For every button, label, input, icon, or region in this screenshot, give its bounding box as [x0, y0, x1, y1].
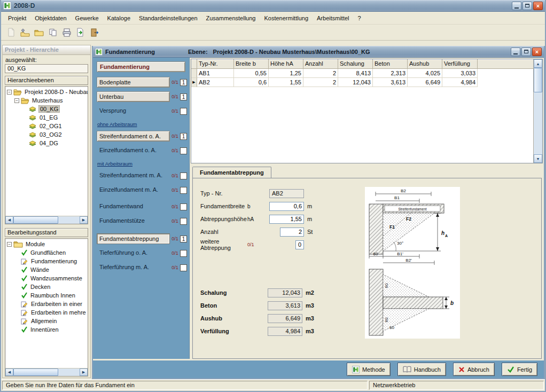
new-icon[interactable] — [5, 26, 17, 38]
exit-icon[interactable] — [88, 26, 100, 38]
count-box[interactable] — [180, 108, 187, 115]
count-box[interactable]: 1 — [180, 236, 187, 242]
vertical-scrollbar[interactable]: ▲ ▼ — [533, 59, 542, 163]
field-input[interactable] — [295, 240, 304, 249]
abbruch-button[interactable]: Abbruch — [453, 363, 495, 376]
count-box[interactable] — [180, 250, 187, 257]
tree-item[interactable]: Wandzusammenste — [5, 274, 88, 283]
count-box[interactable]: 1 — [180, 93, 187, 100]
tree-item[interactable]: 01_EG — [5, 113, 88, 122]
scroll-left-icon[interactable]: ◀ — [5, 369, 13, 376]
scrollbar-thumb[interactable] — [13, 216, 58, 224]
tree-item[interactable]: 00_KG — [5, 105, 88, 113]
tree-item[interactable]: Grundflächen — [5, 248, 88, 257]
field-input[interactable] — [269, 215, 304, 224]
expander-icon[interactable]: − — [7, 242, 12, 247]
tab-fundamentabtreppung[interactable]: Fundamentabtreppung — [192, 167, 271, 178]
column-header[interactable]: Typ-Nr. — [197, 59, 234, 69]
column-header[interactable]: Breite b — [234, 59, 269, 69]
menu-item[interactable]: Zusammenstellung — [202, 13, 260, 23]
tree-item[interactable]: Allgemein — [5, 317, 88, 325]
menu-item[interactable]: Gewerke — [71, 13, 103, 23]
table-row[interactable]: AB10,551,2528,4132,3134,0253,033 — [191, 69, 533, 78]
horizontal-scrollbar[interactable]: ◀ ▶ — [5, 368, 88, 376]
tree-item[interactable]: Fundamentierung — [5, 257, 88, 265]
folder-icon[interactable] — [33, 26, 45, 38]
tree-item[interactable]: −Projekt 2008-D - Neubau — [5, 88, 88, 96]
tree-item[interactable]: Erdarbeiten in mehre — [5, 308, 88, 317]
count-box[interactable]: 1 — [180, 133, 187, 140]
sidebar-item-button[interactable]: Streifenfundament m. A. — [97, 170, 170, 181]
scroll-left-icon[interactable]: ◀ — [5, 216, 13, 224]
sidebar-item-button[interactable]: Fundamentabtreppung — [97, 233, 170, 244]
expander-icon[interactable]: − — [14, 98, 19, 103]
menu-item[interactable]: Standardeinstellungen — [135, 13, 201, 23]
column-header[interactable]: Schalung — [338, 59, 373, 69]
column-header[interactable]: Verfüllung — [442, 59, 478, 69]
horizontal-scrollbar[interactable]: ◀ ▶ — [5, 216, 88, 224]
sidebar-item-button[interactable]: Tieferführung o. A. — [97, 248, 170, 258]
maximize-button[interactable] — [522, 2, 532, 10]
sidebar-item-button[interactable]: Versprung — [97, 106, 170, 116]
inner-window-titlebar[interactable]: Fundamentierung Ebene:Projekt 2008-D - N… — [93, 46, 544, 58]
maximize-button[interactable] — [521, 48, 531, 56]
copy-icon[interactable] — [46, 26, 59, 38]
count-box[interactable] — [180, 173, 187, 179]
tree-item[interactable]: −Musterhaus — [5, 96, 88, 105]
menu-item[interactable]: Objektdaten — [30, 13, 71, 23]
column-header[interactable]: Anzahl — [303, 59, 338, 69]
menu-item[interactable]: ? — [354, 13, 365, 23]
count-box[interactable] — [180, 147, 187, 154]
export-icon[interactable] — [74, 26, 87, 38]
count-box[interactable] — [180, 218, 187, 225]
sidebar-item-button[interactable]: Unterbau — [97, 91, 170, 102]
menu-item[interactable]: Kostenermittlung — [260, 13, 313, 23]
handbuch-button[interactable]: Handbuch — [397, 363, 446, 376]
scroll-down-icon[interactable]: ▼ — [534, 154, 542, 163]
tree-item[interactable]: 04_DG — [5, 139, 88, 147]
scrollbar-thumb[interactable] — [13, 369, 58, 376]
window-titlebar[interactable]: 2008-D × — [1, 0, 545, 12]
count-box[interactable] — [180, 203, 187, 210]
methode-button[interactable]: Methode — [347, 363, 391, 376]
tree-item[interactable]: 02_OG1 — [5, 122, 88, 130]
tree-item[interactable]: Erdarbeiten in einer — [5, 300, 88, 308]
sidebar-item-button[interactable]: Bodenplatte — [97, 77, 170, 88]
tree-item[interactable]: Decken — [5, 283, 88, 291]
close-button[interactable]: × — [533, 2, 543, 10]
sidebar-item-button[interactable]: Fundamentstütze — [97, 216, 170, 226]
tree-item[interactable]: 03_OG2 — [5, 130, 88, 139]
tree-item[interactable]: Wände — [5, 265, 88, 274]
column-header[interactable]: Beton — [373, 59, 408, 69]
minimize-button[interactable] — [511, 48, 520, 56]
scroll-right-icon[interactable]: ▶ — [80, 369, 88, 376]
print-icon[interactable] — [60, 26, 73, 38]
sidebar-item-button[interactable]: Fundamentwand — [97, 201, 170, 212]
tree-item[interactable]: Raumbuch Innen — [5, 291, 88, 300]
menu-item[interactable]: Arbeitsmittel — [313, 13, 354, 23]
table-row[interactable]: ▶AB20,61,55212,0433,6136,6494,984 — [191, 78, 533, 87]
open-icon[interactable] — [19, 26, 31, 38]
close-button[interactable]: × — [532, 48, 542, 56]
menu-item[interactable]: Kataloge — [103, 13, 135, 23]
fertig-button[interactable]: Fertig — [502, 363, 537, 376]
sidebar-item-button[interactable]: Streifenfundament o. A. — [97, 131, 170, 142]
count-box[interactable] — [180, 187, 187, 194]
sidebar-item-button[interactable]: Einzelfundament m. A. — [97, 185, 170, 195]
count-box[interactable] — [180, 264, 187, 271]
tree-item[interactable]: Innentüren — [5, 325, 88, 334]
tree-item[interactable]: −Module — [5, 240, 88, 248]
scroll-right-icon[interactable]: ▶ — [80, 216, 88, 224]
sidebar-item-button[interactable]: Tieferführung m. A. — [97, 262, 170, 273]
scrollbar-thumb[interactable] — [534, 68, 542, 92]
expander-icon[interactable]: − — [7, 90, 12, 95]
menu-item[interactable]: Projekt — [4, 13, 30, 23]
scroll-up-icon[interactable]: ▲ — [534, 59, 542, 68]
field-input[interactable] — [280, 228, 304, 237]
field-input[interactable] — [269, 202, 304, 211]
sidebar-item-button[interactable]: Einzelfundament o. A. — [97, 145, 170, 156]
minimize-button[interactable] — [512, 2, 521, 10]
column-header[interactable]: Höhe hA — [269, 59, 303, 69]
column-header[interactable]: Aushub — [408, 59, 442, 69]
count-box[interactable]: 1 — [180, 79, 187, 86]
